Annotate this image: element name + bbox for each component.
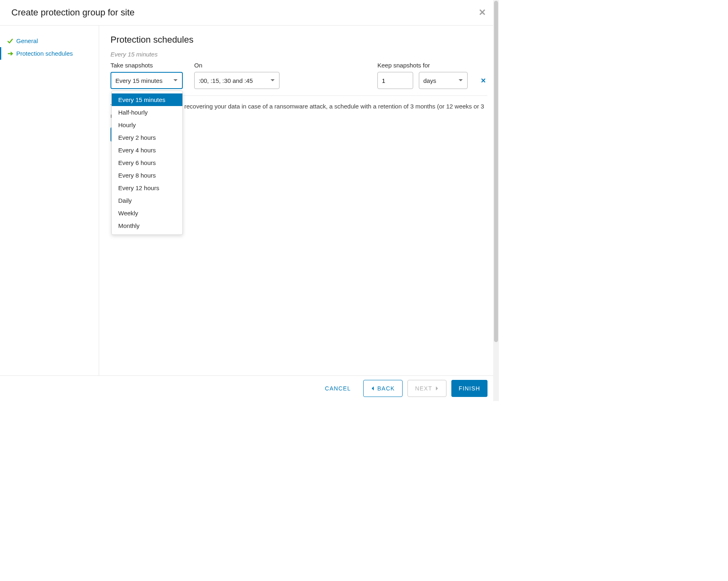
modal-header: Create protection group for site ✕ <box>0 0 499 26</box>
option-weekly[interactable]: Weekly <box>112 207 182 219</box>
modal-footer: CANCEL BACK NEXT FINISH <box>0 375 499 401</box>
field-keep-for: Keep snapshots for days <box>377 62 468 89</box>
keep-value-input[interactable] <box>377 72 413 89</box>
label-keep-for: Keep snapshots for <box>377 62 468 69</box>
remove-schedule-icon[interactable]: ✕ <box>479 75 488 86</box>
option-every-6-hours[interactable]: Every 6 hours <box>112 156 182 169</box>
option-daily[interactable]: Daily <box>112 194 182 207</box>
schedule-row: Take snapshots Every 15 minutes Every 15… <box>110 62 488 96</box>
arrow-right-icon <box>7 50 14 57</box>
chevron-down-icon <box>458 77 463 84</box>
sidebar-item-protection-schedules[interactable]: Protection schedules <box>0 47 99 60</box>
label-take-snapshots: Take snapshots <box>110 62 183 69</box>
chevron-down-icon <box>173 77 178 84</box>
option-every-8-hours[interactable]: Every 8 hours <box>112 169 182 182</box>
next-button: NEXT <box>407 380 446 397</box>
snapshot-frequency-value: Every 15 minutes <box>115 77 162 84</box>
option-half-hourly[interactable]: Half-hourly <box>112 106 182 119</box>
option-monthly[interactable]: Monthly <box>112 219 182 232</box>
field-on: On :00, :15, :30 and :45 <box>194 62 280 89</box>
finish-button[interactable]: FINISH <box>451 380 488 397</box>
on-times-value: :00, :15, :30 and :45 <box>199 77 253 84</box>
frequency-dropdown: Every 15 minutes Half-hourly Hourly Ever… <box>111 91 183 235</box>
chevron-left-icon <box>371 386 375 391</box>
cancel-button[interactable]: CANCEL <box>318 380 358 397</box>
modal-body: General Protection schedules Protection … <box>0 26 499 375</box>
modal: Create protection group for site ✕ Gener… <box>0 0 499 401</box>
label-on: On <box>194 62 280 69</box>
sidebar-item-label: Protection schedules <box>16 50 73 57</box>
sidebar-item-label: General <box>16 37 38 44</box>
section-title: Protection schedules <box>110 35 488 45</box>
option-every-4-hours[interactable]: Every 4 hours <box>112 144 182 156</box>
chevron-right-icon <box>435 386 439 391</box>
snapshot-frequency-select[interactable]: Every 15 minutes Every 15 minutes Half-h… <box>110 72 183 89</box>
check-icon <box>7 38 14 44</box>
next-label: NEXT <box>415 385 432 392</box>
keep-value-field[interactable] <box>382 77 409 84</box>
option-every-2-hours[interactable]: Every 2 hours <box>112 131 182 144</box>
main-panel: Protection schedules Every 15 minutes Ta… <box>99 26 499 375</box>
close-icon[interactable]: ✕ <box>477 7 488 18</box>
chevron-down-icon <box>270 77 275 84</box>
keep-group: days <box>377 72 468 89</box>
scrollbar[interactable] <box>493 26 499 375</box>
scrollbar-thumb[interactable] <box>494 26 498 342</box>
option-every-12-hours[interactable]: Every 12 hours <box>112 182 182 194</box>
keep-unit-value: days <box>423 77 436 84</box>
back-button[interactable]: BACK <box>363 380 403 397</box>
field-take-snapshots: Take snapshots Every 15 minutes Every 15… <box>110 62 183 89</box>
sidebar-item-general[interactable]: General <box>0 35 99 47</box>
modal-title: Create protection group for site <box>11 7 134 18</box>
option-every-15-minutes[interactable]: Every 15 minutes <box>112 93 182 106</box>
back-label: BACK <box>377 385 395 392</box>
keep-unit-select[interactable]: days <box>419 72 468 89</box>
schedule-name: Every 15 minutes <box>110 51 488 58</box>
wizard-sidebar: General Protection schedules <box>0 26 99 375</box>
on-times-select[interactable]: :00, :15, :30 and :45 <box>194 72 280 89</box>
option-hourly[interactable]: Hourly <box>112 119 182 131</box>
